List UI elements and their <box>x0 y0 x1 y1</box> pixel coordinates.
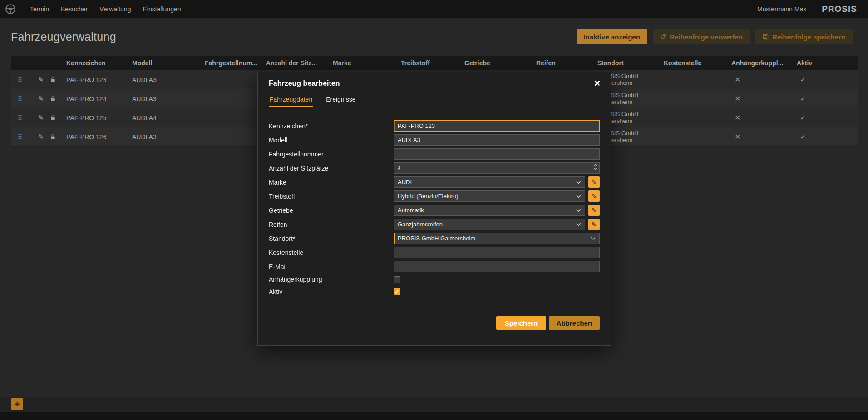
reifen-select[interactable]: Ganzjahresreifen <box>394 219 585 230</box>
anhaengerkupplung-checkbox[interactable] <box>394 276 400 283</box>
form-row: Standort* PROSIS GmbH Gaimersheim <box>269 233 600 244</box>
chevron-down-icon <box>576 209 581 212</box>
form-row: Getriebe Automatik ✎ <box>269 205 600 216</box>
treibstoff-select-value: Hybrid (Benzin/Elektro) <box>398 193 459 200</box>
cancel-button[interactable]: Abbrechen <box>549 316 600 330</box>
pencil-icon: ✎ <box>592 193 597 200</box>
marke-select-value: AUDI <box>398 179 412 186</box>
kennzeichen-input[interactable] <box>394 120 600 132</box>
treibstoff-select[interactable]: Hybrid (Benzin/Elektro) <box>394 190 585 202</box>
form-row: Reifen Ganzjahresreifen ✎ <box>269 219 600 230</box>
tab-fahrzeugdaten[interactable]: Fahrzeugdaten <box>269 92 313 107</box>
treibstoff-label: Treibstoff <box>269 193 394 200</box>
form-row: Treibstoff Hybrid (Benzin/Elektro) ✎ <box>269 190 600 202</box>
form-row: Fahrgestellnummer <box>269 148 600 160</box>
chevron-down-icon <box>576 181 581 184</box>
form-row: Kennzeichen* <box>269 120 600 132</box>
email-input[interactable] <box>394 261 600 272</box>
modal-tabs: Fahrzeugdaten Ereignisse <box>269 92 600 107</box>
getriebe-label: Getriebe <box>269 207 394 214</box>
pencil-icon: ✎ <box>592 221 597 228</box>
reifen-select-value: Ganzjahresreifen <box>398 221 443 228</box>
sitzplaetze-label: Anzahl der Sitzplätze <box>269 165 394 172</box>
modal-title: Fahrzeug bearbeiten <box>269 79 340 88</box>
close-icon[interactable]: ✕ <box>594 79 601 88</box>
email-label: E-Mail <box>269 263 394 270</box>
form-row: Modell <box>269 134 600 146</box>
pencil-icon: ✎ <box>592 207 597 214</box>
chevron-up-icon <box>593 164 597 166</box>
pencil-icon: ✎ <box>592 179 597 186</box>
vehicle-form: Kennzeichen* Modell Fahrgestellnummer An… <box>258 107 611 296</box>
modell-input[interactable] <box>394 134 600 146</box>
modal-actions: Speichern Abbrechen <box>269 316 600 330</box>
modal-header: Fahrzeug bearbeiten ✕ <box>258 72 611 90</box>
form-row: Marke AUDI ✎ <box>269 176 600 188</box>
standort-select[interactable]: PROSIS GmbH Gaimersheim <box>394 233 600 244</box>
anhaengerkupplung-label: Anhängerkupplung <box>269 276 394 283</box>
modell-label: Modell <box>269 137 394 144</box>
aktiv-checkbox[interactable] <box>394 288 400 295</box>
marke-select[interactable]: AUDI <box>394 176 585 188</box>
fahrgestellnummer-label: Fahrgestellnummer <box>269 151 394 158</box>
form-row: E-Mail <box>269 261 600 272</box>
chevron-down-icon <box>576 223 581 226</box>
getriebe-select[interactable]: Automatik <box>394 205 585 216</box>
number-stepper[interactable] <box>593 164 597 170</box>
marke-label: Marke <box>269 179 394 186</box>
kennzeichen-label: Kennzeichen* <box>269 122 394 130</box>
reifen-label: Reifen <box>269 221 394 228</box>
standort-select-value: PROSIS GmbH Gaimersheim <box>398 235 475 242</box>
edit-treibstoff-button[interactable]: ✎ <box>588 190 600 202</box>
kostenstelle-label: Kostenstelle <box>269 249 394 256</box>
kostenstelle-input[interactable] <box>394 247 600 258</box>
edit-vehicle-modal: Fahrzeug bearbeiten ✕ Fahrzeugdaten Erei… <box>257 72 611 346</box>
form-row: Kostenstelle <box>269 247 600 258</box>
form-row: Aktiv <box>269 287 600 296</box>
form-row: Anzahl der Sitzplätze <box>269 162 600 174</box>
edit-reifen-button[interactable]: ✎ <box>588 219 600 230</box>
form-row: Anhängerkupplung <box>269 275 600 284</box>
fahrgestellnummer-input[interactable] <box>394 148 600 160</box>
chevron-down-icon <box>576 195 581 198</box>
standort-label: Standort* <box>269 235 394 242</box>
save-button[interactable]: Speichern <box>496 316 546 330</box>
getriebe-select-value: Automatik <box>398 207 424 214</box>
aktiv-label: Aktiv <box>269 288 394 295</box>
tab-ereignisse[interactable]: Ereignisse <box>325 92 356 107</box>
sitzplaetze-input[interactable] <box>394 162 600 174</box>
edit-getriebe-button[interactable]: ✎ <box>588 205 600 216</box>
chevron-down-icon <box>593 167 597 170</box>
chevron-down-icon <box>591 237 596 240</box>
edit-marke-button[interactable]: ✎ <box>588 176 600 188</box>
